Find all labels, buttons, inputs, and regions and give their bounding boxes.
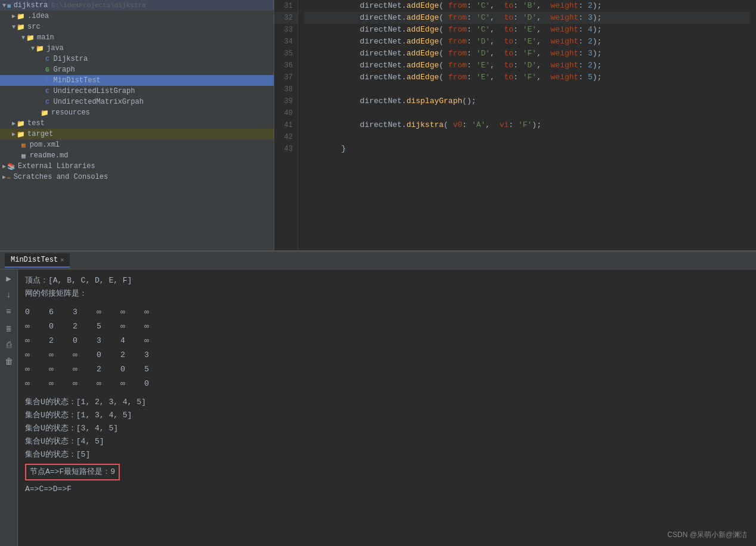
output-line-u4: 集合U的状态：[4, 5]	[25, 435, 749, 448]
main-folder-icon: 📁	[26, 34, 35, 42]
panel-tab-bar: MinDistTest ✕	[0, 252, 756, 269]
code-line-43: }	[304, 143, 750, 155]
sidebar-item-scratches[interactable]: ▶ ✏ Scratches and Consoles	[0, 172, 274, 182]
code-line-32: directNet.addEdge( from: 'C', to: 'D', w…	[304, 12, 750, 24]
toolbar-lines-icon[interactable]: ≣	[2, 322, 16, 335]
output-line-u1: 集合U的状态：[1, 2, 3, 4, 5]	[25, 396, 749, 409]
extlib-arrow: ▶	[2, 163, 6, 170]
sidebar-item-pom[interactable]: ▦ pom.xml	[0, 139, 274, 150]
main-label: main	[37, 33, 54, 42]
resources-label: resources	[51, 108, 90, 117]
output-line-path: A=>C=>D=>F	[25, 483, 749, 496]
main-arrow: ▼	[21, 35, 25, 41]
output-line-matrix-header: 网的邻接矩阵是：	[25, 287, 749, 300]
src-arrow: ▼	[12, 24, 16, 30]
code-line-41: directNet.dijkstra( v0: 'A', vi: 'F');	[304, 119, 750, 131]
toolbar-down-icon[interactable]: ↓	[2, 288, 16, 302]
result-highlight-box: 节点A=>F最短路径是：9	[25, 464, 120, 480]
sidebar-item-java[interactable]: ▼ 📁 java	[0, 43, 274, 54]
sidebar-item-idea[interactable]: ▶ 📁 .idea	[0, 11, 274, 21]
matrix-row-4: ∞ ∞ ∞ 2 0 5	[25, 362, 749, 377]
matrix-row-3: ∞ ∞ ∞ 0 2 3	[25, 348, 749, 362]
code-line-38	[304, 83, 750, 95]
scratches-label: Scratches and Consoles	[14, 173, 108, 181]
scratches-arrow: ▶	[2, 173, 6, 181]
code-line-36: directNet.addEdge( from: 'E', to: 'D', w…	[304, 60, 750, 72]
output-line-result: 节点A=>F最短路径是：9	[25, 461, 749, 483]
idea-folder-icon: 📁	[17, 13, 25, 20]
sidebar-item-dijkstra[interactable]: C Dijkstra	[0, 54, 274, 64]
console-body: ▶ ↓ ≡ ≣ ⎙ 🗑 顶点：[A, B, C, D, E, F] 网的邻接矩阵…	[0, 269, 756, 546]
test-arrow: ▶	[12, 120, 16, 127]
sidebar-item-src[interactable]: ▼ 📁 src	[0, 21, 274, 32]
readme-file-icon: ▦	[21, 152, 26, 160]
expand-arrow: ▼	[2, 2, 6, 9]
sidebar-project-root[interactable]: ▼ ◼ dijkstra E:\ideaProjects\dijkstra	[0, 0, 274, 11]
output-line-vertices: 顶点：[A, B, C, D, E, F]	[25, 274, 749, 287]
mindisttest-file-icon: C	[45, 77, 49, 84]
toolbar-print-icon[interactable]: ⎙	[2, 339, 16, 352]
matrix-row-0: 0 6 3 ∞ ∞ ∞	[25, 305, 749, 319]
target-label: target	[27, 130, 53, 138]
watermark: CSDN @呆萌小新@渊洁	[667, 530, 747, 540]
undirectedmatrix-label: UndirectedMatrixGrpah	[54, 98, 144, 106]
output-line-u5: 集合U的状态：[5]	[25, 448, 749, 461]
sidebar-item-test[interactable]: ▶ 📁 test	[0, 118, 274, 129]
sidebar-item-mindisttest[interactable]: C MinDistTest	[0, 75, 274, 86]
extlib-icon: 📚	[7, 163, 16, 170]
mindisttest-label: MinDistTest	[54, 76, 101, 85]
matrix-row-1: ∞ 0 2 5 ∞ ∞	[25, 319, 749, 334]
code-line-34: directNet.addEdge( from: 'D', to: 'E', w…	[304, 36, 750, 48]
sidebar-item-external-libs[interactable]: ▶ 📚 External Libraries	[0, 161, 274, 172]
scratches-icon: ✏	[7, 173, 11, 181]
sidebar-item-undirectedmatrix[interactable]: C UndirectedMatrixGrpah	[0, 97, 274, 107]
console-panel: MinDistTest ✕ ▶ ↓ ≡ ≣ ⎙ 🗑 顶点：[A, B, C, D…	[0, 250, 756, 546]
pom-label: pom.xml	[30, 141, 60, 149]
code-line-42	[304, 131, 750, 143]
project-name: dijkstra	[14, 1, 48, 10]
toolbar-filter-icon[interactable]: ≡	[2, 305, 16, 318]
line-numbers: 31 32 33 34 35 36 37 38 39 40 41 42 43	[274, 0, 298, 250]
graph-label: Graph	[54, 66, 75, 74]
project-sidebar: ▼ ◼ dijkstra E:\ideaProjects\dijkstra ▶ …	[0, 0, 274, 250]
undirectedlist-file-icon: C	[45, 88, 49, 95]
undirectedlist-label: UndirectedListGraph	[54, 87, 135, 95]
java-label: java	[47, 44, 64, 52]
code-content[interactable]: directNet.addEdge( from: 'C', to: 'B', w…	[298, 0, 756, 250]
code-line-39: directNet.displayGraph();	[304, 95, 750, 107]
tab-close-icon[interactable]: ✕	[60, 256, 64, 263]
extlib-label: External Libraries	[18, 162, 95, 170]
console-output: 顶点：[A, B, C, D, E, F] 网的邻接矩阵是： 0 6 3 ∞ ∞…	[18, 269, 756, 546]
project-path: E:\ideaProjects\dijkstra	[51, 2, 145, 9]
console-toolbar: ▶ ↓ ≡ ≣ ⎙ 🗑	[0, 269, 18, 546]
idea-arrow: ▶	[12, 13, 16, 20]
output-line-u3: 集合U的状态：[3, 4, 5]	[25, 422, 749, 435]
src-folder-icon: 📁	[17, 23, 25, 31]
code-line-35: directNet.addEdge( from: 'D', to: 'F', w…	[304, 48, 750, 60]
sidebar-item-resources[interactable]: 📁 resources	[0, 107, 274, 118]
sidebar-item-target[interactable]: ▶ 📁 target	[0, 129, 274, 139]
toolbar-run-icon[interactable]: ▶	[2, 272, 16, 285]
dijkstra-file-icon: C	[45, 55, 49, 63]
code-line-31: directNet.addEdge( from: 'C', to: 'B', w…	[304, 0, 750, 12]
sidebar-item-graph[interactable]: G Graph	[0, 64, 274, 75]
matrix-row-2: ∞ 2 0 3 4 ∞	[25, 334, 749, 348]
idea-label: .idea	[27, 12, 49, 20]
tab-mindisttest[interactable]: MinDistTest ✕	[5, 253, 70, 268]
code-line-33: directNet.addEdge( from: 'C', to: 'E', w…	[304, 24, 750, 36]
test-label: test	[27, 119, 45, 128]
dijkstra-label: Dijkstra	[54, 55, 88, 63]
graph-file-icon: G	[45, 66, 49, 73]
tab-mindisttest-label: MinDistTest	[11, 256, 58, 264]
src-label: src	[27, 23, 41, 31]
target-arrow: ▶	[12, 131, 16, 138]
resources-folder-icon: 📁	[41, 109, 49, 117]
sidebar-item-undirectedlist[interactable]: C UndirectedListGraph	[0, 86, 274, 97]
sidebar-item-main[interactable]: ▼ 📁 main	[0, 32, 274, 43]
code-editor: 31 32 33 34 35 36 37 38 39 40 41 42 43 d	[274, 0, 756, 250]
matrix-row-5: ∞ ∞ ∞ ∞ ∞ 0	[25, 377, 749, 391]
toolbar-clear-icon[interactable]: 🗑	[2, 355, 16, 368]
sidebar-item-readme[interactable]: ▦ readme.md	[0, 150, 274, 161]
project-icon: ◼	[7, 2, 11, 10]
output-line-u2: 集合U的状态：[1, 3, 4, 5]	[25, 409, 749, 422]
